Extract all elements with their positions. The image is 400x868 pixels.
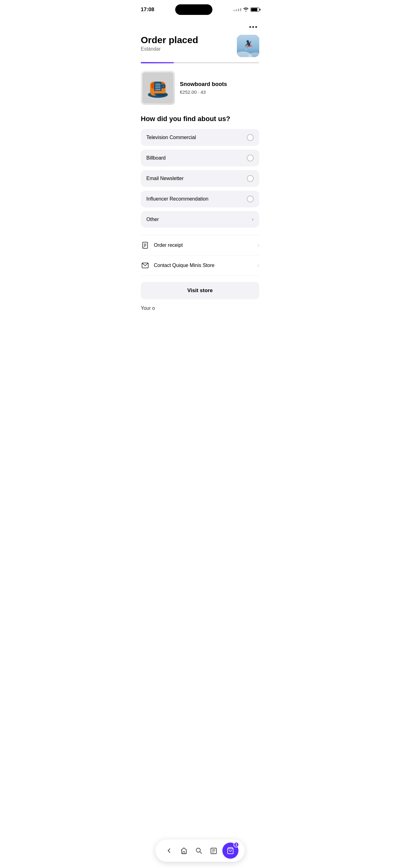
svg-rect-26 [150,91,166,93]
product-info: Snowboard boots €252.00 · 43 [180,81,227,95]
survey-title: How did you find about us? [141,115,259,123]
svg-point-23 [163,86,164,87]
bottom-navigation: 3 [155,839,245,862]
order-receipt-link-left: Order receipt [141,241,182,250]
store-thumbnail [237,35,259,57]
contact-store-label: Contact Quique Minis Store [154,262,214,268]
header: ••• [133,17,267,35]
svg-line-35 [200,851,202,854]
nav-cart-button[interactable]: 3 [222,842,238,859]
mail-icon [141,261,149,270]
svg-point-8 [246,49,246,50]
status-bar: 17:08 [133,0,267,17]
product-price: €252.00 · 43 [180,89,227,95]
survey-option-tv-label: Television Commercial [146,135,196,140]
status-time: 17:08 [141,6,154,13]
survey-option-influencer[interactable]: Influencer Recommendation [141,191,259,207]
battery-icon [251,7,259,12]
page-title: Order placed [141,35,198,45]
wifi-icon [243,7,249,12]
survey-option-billboard[interactable]: Billboard [141,150,259,166]
status-icons [233,7,259,12]
survey-option-other-label: Other [146,217,159,222]
survey-option-email-radio[interactable] [247,175,254,182]
survey-option-billboard-label: Billboard [146,155,166,161]
contact-store-link-left: Contact Quique Minis Store [141,261,214,270]
contact-store-chevron: › [258,262,259,268]
order-receipt-label: Order receipt [154,243,182,248]
cart-badge: 3 [233,842,239,847]
svg-point-10 [247,50,247,50]
bottom-teaser-text: Your o [141,306,155,311]
svg-point-25 [157,93,166,96]
svg-rect-31 [142,247,143,249]
svg-point-11 [245,50,245,50]
svg-point-9 [245,49,245,49]
product-section: Snowboard boots €252.00 · 43 [133,63,267,113]
nav-back-button[interactable] [162,843,176,858]
product-image [141,71,175,105]
product-name: Snowboard boots [180,81,227,88]
survey-options: Television Commercial Billboard Email Ne… [141,129,259,227]
order-receipt-chevron: › [258,243,259,248]
survey-option-other[interactable]: Other › [141,211,259,227]
contact-store-link[interactable]: Contact Quique Minis Store › [141,255,259,276]
page-subtitle: Estándar [141,46,198,52]
page-title-section: Order placed Estándar [133,35,267,57]
survey-option-billboard-radio[interactable] [247,155,254,161]
links-section: Order receipt › Contact Quique Minis Sto… [133,227,267,276]
receipt-icon [141,241,149,250]
nav-home-button[interactable] [176,843,191,858]
dynamic-island [175,4,212,15]
survey-option-influencer-label: Influencer Recommendation [146,196,208,202]
signal-icon [233,8,241,11]
nav-orders-button[interactable] [206,843,221,858]
bottom-teaser: Your o [133,306,267,311]
more-options-button[interactable]: ••• [248,22,259,32]
survey-option-influencer-radio[interactable] [247,195,254,203]
survey-option-email[interactable]: Email Newsletter [141,170,259,187]
survey-option-tv[interactable]: Television Commercial [141,129,259,146]
visit-store-section: Visit store [133,276,267,306]
survey-option-tv-radio[interactable] [247,134,254,141]
nav-search-button[interactable] [191,843,206,858]
visit-store-button[interactable]: Visit store [141,282,259,299]
survey-option-other-chevron: › [252,216,254,223]
order-receipt-link[interactable]: Order receipt › [141,235,259,255]
svg-rect-33 [183,851,185,854]
survey-option-email-label: Email Newsletter [146,176,184,181]
survey-section: How did you find about us? Television Co… [133,113,267,227]
progress-section [133,57,267,63]
